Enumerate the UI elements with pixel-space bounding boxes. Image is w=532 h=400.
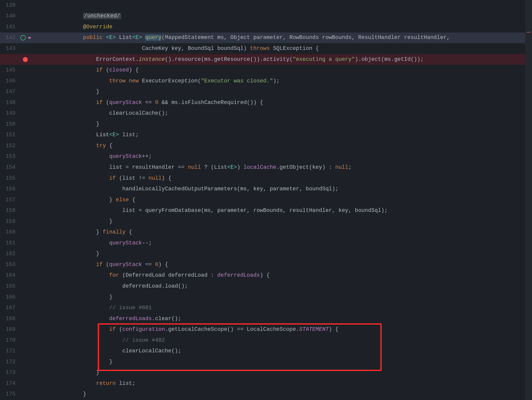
code-line[interactable]: 164 for (DeferredLoad deferredLoad : def… (0, 270, 532, 281)
code-line-breakpoint[interactable]: 144 ErrorContext.instance().resource(ms.… (0, 54, 532, 65)
line-number: 162 (0, 251, 19, 257)
code-line[interactable]: 167 // issue #601 (0, 302, 532, 313)
line-number: 167 (0, 305, 19, 311)
line-number: 146 (0, 78, 19, 84)
code-line[interactable]: 154 list = resultHandler == null ? (List… (0, 162, 532, 173)
line-number: 139 (0, 3, 19, 8)
code-line[interactable]: 158 list = queryFromDatabase(ms, paramet… (0, 205, 532, 216)
code-line-active[interactable]: 142 ◆◆◆ public <E> List<E> query(MappedS… (0, 33, 532, 43)
code-line[interactable]: 148 if (queryStack == 0 && ms.isFlushCac… (0, 97, 532, 108)
code-line[interactable]: 145 if (closed) { (0, 65, 532, 76)
code-line[interactable]: 162 } (0, 249, 532, 260)
line-number: 172 (0, 359, 19, 365)
line-number: 169 (0, 327, 19, 332)
line-number: 150 (0, 122, 19, 127)
annotation-chip: /unchecked/ (83, 13, 121, 19)
code-line[interactable]: 170 // issue #482 (0, 335, 532, 346)
code-line[interactable]: 147 } (0, 86, 532, 97)
code-line[interactable]: 166 } (0, 292, 532, 303)
code-line[interactable]: 172 } (0, 357, 532, 367)
code-line[interactable]: 159 } (0, 216, 532, 227)
line-number: 159 (0, 219, 19, 224)
code-line[interactable]: 168 deferredLoads.clear(); (0, 313, 532, 324)
code-line[interactable]: 140 /unchecked/ (0, 11, 532, 22)
line-number: 140 (0, 13, 19, 19)
line-number: 156 (0, 186, 19, 192)
line-number: 164 (0, 273, 19, 278)
code-line[interactable]: 151 List<E> list; (0, 130, 532, 141)
code-line[interactable]: 155 if (list != null) { (0, 173, 532, 184)
code-line[interactable]: 157 } else { (0, 195, 532, 205)
code-line[interactable]: 169 if (configuration.getLocalCacheScope… (0, 324, 532, 335)
line-number: 160 (0, 230, 19, 235)
code-line[interactable]: 152 try { (0, 140, 532, 151)
line-number: 157 (0, 197, 19, 203)
meta-icon[interactable]: ◆◆◆ (28, 36, 31, 39)
code-line[interactable]: 171 clearLocalCache(); (0, 346, 532, 357)
line-number: 148 (0, 100, 19, 105)
code-line[interactable]: 146 throw new ExecutorException("Executo… (0, 76, 532, 87)
code-line[interactable]: 143 CacheKey key, BoundSql boundSql) thr… (0, 43, 532, 54)
selected-method-name: query (145, 34, 162, 41)
code-line[interactable]: 175 } (0, 389, 532, 400)
line-number: 168 (0, 316, 19, 322)
code-line[interactable]: 160 } finally { (0, 227, 532, 238)
line-number: 152 (0, 143, 19, 149)
line-number: 147 (0, 89, 19, 95)
code-line[interactable]: 165 deferredLoad.load(); (0, 281, 532, 292)
line-number: 170 (0, 338, 19, 343)
line-number: 171 (0, 348, 19, 354)
code-line[interactable]: 156 handleLocallyCachedOutputParameters(… (0, 184, 532, 195)
code-line[interactable]: 161 queryStack--; (0, 238, 532, 249)
line-number: 143 (0, 46, 19, 51)
line-number: 173 (0, 370, 19, 375)
line-number: 145 (0, 67, 19, 73)
line-number: 163 (0, 262, 19, 267)
code-line[interactable]: 163 if (queryStack == 0) { (0, 259, 532, 270)
code-line[interactable]: 149 clearLocalCache(); (0, 108, 532, 119)
line-number: 175 (0, 392, 19, 397)
line-number: 166 (0, 295, 19, 300)
scrollbar-strip[interactable] (525, 0, 532, 400)
line-number: 174 (0, 381, 19, 386)
line-number: 158 (0, 208, 19, 213)
annotation-text: @Override (83, 24, 112, 30)
line-number: 142 (0, 35, 19, 40)
code-line[interactable]: 141 @Override (0, 22, 532, 33)
line-number: 151 (0, 132, 19, 138)
line-number: 155 (0, 176, 19, 181)
line-number: 149 (0, 111, 19, 116)
line-number: 153 (0, 154, 19, 159)
line-number: 165 (0, 284, 19, 289)
breakpoint-icon[interactable] (23, 57, 28, 62)
code-line[interactable]: 174 return list; (0, 378, 532, 389)
override-icon[interactable] (20, 35, 26, 40)
code-line[interactable]: 173 } (0, 367, 532, 378)
line-number: 161 (0, 240, 19, 246)
code-line[interactable]: 139 (0, 0, 532, 11)
line-number: 154 (0, 165, 19, 170)
line-number: 141 (0, 24, 19, 30)
code-editor[interactable]: 139 140 /unchecked/ 141 @Override 142 ◆◆… (0, 0, 532, 400)
code-line[interactable]: 150 } (0, 119, 532, 130)
code-line[interactable]: 153 queryStack++; (0, 151, 532, 162)
